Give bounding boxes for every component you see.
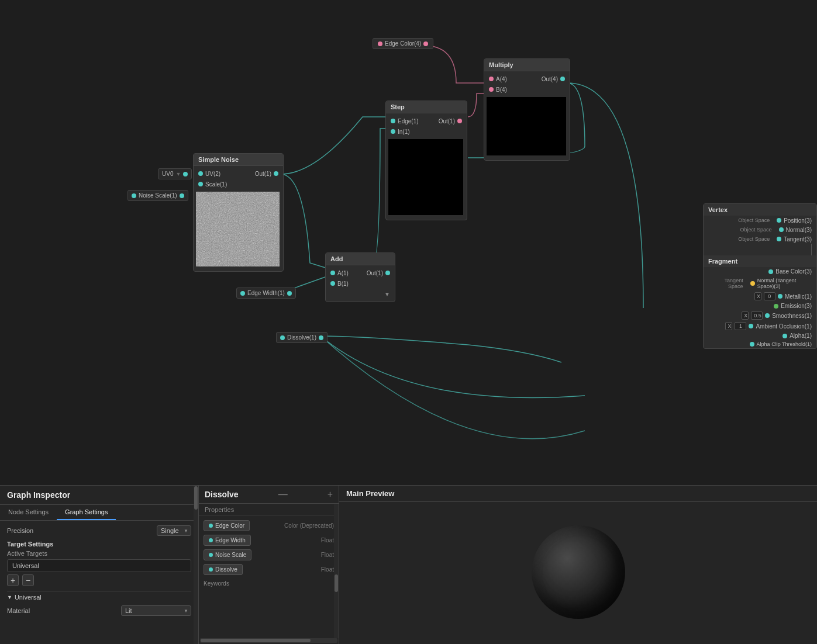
dissolve-body: Edge Color Color (Deprecated) Edge Width… — [199, 516, 339, 589]
fragment-ao-row: X 1 Ambient Occlusion(1) — [704, 321, 816, 331]
sphere-preview — [532, 525, 625, 619]
fragment-alphaclip-row: Alpha Clip Threshold(1) — [704, 340, 816, 348]
vertex-fragment-connector — [704, 244, 816, 255]
edge-color-node[interactable]: Edge Color(4) — [373, 38, 433, 49]
dissolve-vscroll — [334, 504, 339, 638]
noise-scale-dot — [198, 182, 203, 186]
multiply-node-title: Multiply — [484, 59, 570, 71]
prop-noise-scale-row: Noise Scale Float — [204, 548, 334, 562]
noise-svg — [196, 192, 280, 266]
right-panel: Vertex Object Space Position(3) Object S… — [703, 203, 817, 349]
edge-color-right-dot — [423, 41, 428, 46]
dissolve-minus-button[interactable]: — — [278, 489, 288, 500]
frag-alpha-dot — [782, 334, 787, 338]
fragment-smoothness-row: X 0.5 Smoothness(1) — [704, 310, 816, 321]
vertex-tangent-dot — [777, 237, 781, 241]
dissolve-title: Dissolve — [205, 490, 239, 499]
tab-graph-settings[interactable]: Graph Settings — [57, 505, 116, 520]
material-row: Material Lit — [7, 605, 191, 616]
material-select-wrap: Lit — [121, 605, 191, 616]
fragment-section-title: Fragment — [704, 255, 816, 267]
precision-row: Precision Single Half Float — [7, 525, 191, 536]
dissolve-plus-button[interactable]: + — [328, 489, 333, 500]
step-port-edge: Edge(1) Out(1) — [386, 116, 467, 126]
tab-node-settings[interactable]: Node Settings — [0, 505, 57, 520]
dissolve-properties-header: Properties — [199, 504, 339, 516]
add-port-a: A(1) Out(1) — [326, 268, 395, 278]
prop-dissolve-row: Dissolve Float — [204, 562, 334, 577]
simple-noise-node[interactable]: Simple Noise UV(2) Out(1) Scale(1) — [193, 153, 284, 272]
connector-line — [811, 244, 812, 255]
graph-inspector-header: Graph Inspector — [0, 486, 198, 505]
step-in-dot — [391, 129, 395, 134]
noise-scale-prop-dot — [209, 553, 213, 557]
edge-width-prop-dot — [209, 538, 213, 542]
target-controls: + − — [7, 574, 191, 586]
prop-edge-color-btn[interactable]: Edge Color — [204, 520, 250, 531]
precision-select-wrap: Single Half Float — [157, 525, 191, 536]
dissolve-input-node[interactable]: Dissolve(1) — [276, 332, 328, 343]
dissolve-scroll-h[interactable] — [200, 638, 337, 643]
step-preview — [388, 139, 463, 215]
precision-select[interactable]: Single Half Float — [157, 525, 191, 536]
prop-edge-width-row: Edge Width Float — [204, 533, 334, 548]
vertex-section-title: Vertex — [704, 204, 816, 216]
preview-body — [339, 502, 817, 642]
add-collapse[interactable]: ▼ — [326, 289, 395, 299]
prop-dissolve-btn[interactable]: Dissolve — [204, 564, 243, 575]
universal-target-box: Universal — [7, 559, 191, 572]
add-node-title: Add — [326, 253, 395, 265]
vertex-pos-dot — [777, 218, 781, 223]
frag-smooth-dot — [765, 313, 770, 318]
step-edge-dot — [391, 119, 395, 123]
universal-section: ▼ Universal Material Lit — [7, 591, 191, 616]
step-node[interactable]: Step Edge(1) Out(1) In(1) — [385, 101, 467, 220]
vertex-position-row: Object Space Position(3) — [704, 216, 816, 225]
add-port-b: B(1) — [326, 278, 395, 289]
panel-tabs: Node Settings Graph Settings — [0, 505, 198, 521]
edge-color-prop-dot — [209, 524, 213, 528]
multiply-port-b: B(4) — [484, 84, 570, 95]
preview-header: Main Preview — [339, 486, 817, 502]
dissolve-value: Dissolve(1) — [287, 334, 316, 341]
universal-header: ▼ Universal — [7, 591, 191, 603]
noise-scale-input[interactable]: Noise Scale(1) — [127, 190, 188, 201]
multiply-node[interactable]: Multiply A(4) Out(4) B(4) — [484, 58, 570, 161]
multiply-port-a: A(4) Out(4) — [484, 74, 570, 84]
step-node-title: Step — [386, 101, 467, 113]
canvas-area: Edge Color(4) Multiply A(4) Out(4) B(4) — [0, 0, 817, 644]
material-select[interactable]: Lit — [121, 605, 191, 616]
simple-noise-title: Simple Noise — [194, 154, 283, 166]
edge-width-right-dot — [287, 291, 292, 296]
dissolve-prop-dot — [209, 567, 213, 572]
prop-edge-width-btn[interactable]: Edge Width — [204, 535, 251, 546]
noise-scale-left-dot — [132, 193, 136, 198]
prop-noise-scale-btn[interactable]: Noise Scale — [204, 549, 251, 560]
prop-edge-color-row: Edge Color Color (Deprecated) — [204, 518, 334, 533]
multiply-node-body: A(4) Out(4) B(4) — [484, 71, 570, 160]
add-node[interactable]: Add A(1) Out(1) B(1) ▼ — [325, 252, 395, 302]
frag-metallic-dot — [778, 294, 782, 299]
fragment-normal-row: Tangent Space Normal (Tangent Space)(3) — [704, 276, 816, 291]
remove-target-button[interactable]: − — [22, 574, 34, 586]
uv0-arrow: ▼ — [175, 171, 181, 177]
add-a-dot — [330, 271, 335, 275]
uv0-input[interactable]: UV0 ▼ — [158, 168, 192, 179]
dissolve-panel: Dissolve — + Properties Edge Color Color… — [199, 485, 339, 644]
edge-width-input[interactable]: Edge Width(1) — [236, 288, 296, 299]
uv0-port-dot — [183, 172, 188, 176]
noise-texture-preview — [196, 192, 280, 266]
simple-noise-body: UV(2) Out(1) Scale(1) — [194, 166, 283, 271]
edge-color-node-label: Edge Color(4) — [385, 40, 421, 47]
frag-emission-dot — [774, 304, 778, 309]
dissolve-header: Dissolve — + — [199, 486, 339, 504]
dissolve-vscroll-thumb — [335, 574, 338, 592]
keywords-label: Keywords — [204, 580, 334, 587]
vertex-tangent-row: Object Space Tangent(3) — [704, 234, 816, 244]
simple-noise-scale: Scale(1) — [194, 179, 283, 189]
frag-alphaclip-dot — [750, 342, 754, 347]
step-out-dot — [457, 119, 462, 123]
add-target-button[interactable]: + — [7, 574, 19, 586]
multiply-a-dot — [489, 77, 494, 81]
inspector-scroll-thumb — [194, 486, 198, 510]
